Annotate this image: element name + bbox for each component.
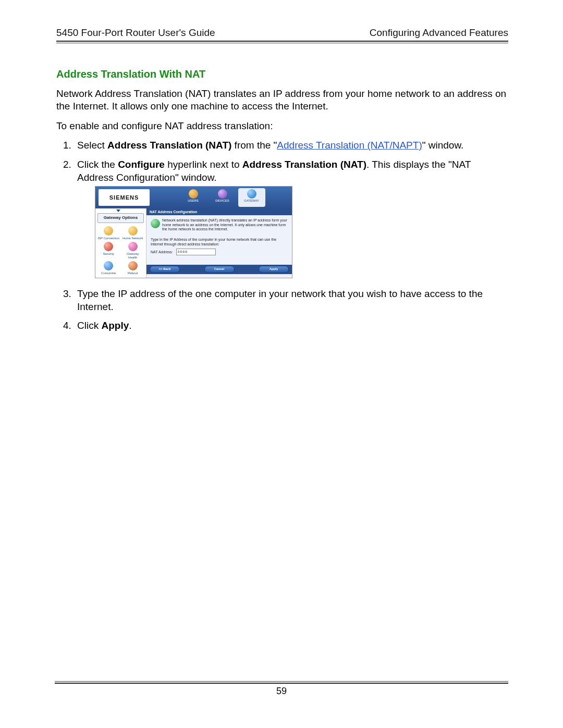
customize-icon bbox=[104, 261, 113, 270]
sidebar-health[interactable]: Gateway Health bbox=[122, 242, 144, 261]
pointer-icon bbox=[116, 209, 120, 212]
sidebar: Gateway Options ISP Connection Home Netw… bbox=[95, 208, 146, 278]
sidebar-reboot[interactable]: Reboot bbox=[122, 261, 144, 276]
siemens-logo: SIEMENS bbox=[99, 189, 150, 206]
nav-devices[interactable]: DEVICES bbox=[209, 188, 236, 207]
nat-address-label: NAT Address: bbox=[151, 250, 173, 254]
back-button[interactable]: << Back bbox=[150, 266, 180, 273]
isp-icon bbox=[104, 226, 113, 236]
page-number: 59 bbox=[55, 686, 508, 697]
router-main: NAT Address Configuration Network addres… bbox=[146, 208, 292, 278]
step-4: Click Apply. bbox=[74, 319, 508, 332]
nav-gateway[interactable]: GATEWAY bbox=[238, 188, 265, 207]
nat-icon bbox=[151, 219, 160, 228]
apply-button[interactable]: Apply bbox=[259, 266, 289, 273]
header-right: Configuring Advanced Features bbox=[370, 27, 508, 39]
section-title: Address Translation With NAT bbox=[56, 68, 508, 80]
nat-address-input[interactable] bbox=[176, 249, 216, 255]
gateway-icon bbox=[247, 189, 256, 199]
router-topbar: SIEMENS USERS DEVICES GATEWAY bbox=[95, 187, 292, 208]
intro-paragraph: Network Address Translation (NAT) transl… bbox=[56, 88, 508, 113]
panel-desc: Network address translation (NAT) direct… bbox=[162, 218, 288, 231]
sidebar-home[interactable]: Home Network bbox=[122, 226, 144, 241]
sidebar-title: Gateway Options bbox=[97, 213, 144, 223]
users-icon bbox=[189, 189, 198, 199]
panel-heading: NAT Address Configuration bbox=[146, 208, 292, 215]
panel-sub: Type in the IP Address of the computer i… bbox=[151, 237, 288, 246]
step-1: Select Address Translation (NAT) from th… bbox=[74, 139, 508, 152]
reboot-icon bbox=[128, 261, 138, 270]
header-left: 5450 Four-Port Router User's Guide bbox=[56, 27, 215, 39]
home-icon bbox=[128, 226, 138, 236]
footer: 59 bbox=[55, 681, 508, 697]
security-icon bbox=[104, 242, 113, 251]
lead-paragraph: To enable and configure NAT address tran… bbox=[56, 120, 508, 132]
router-footer: << Back Cancel Apply bbox=[146, 265, 292, 274]
nav-users[interactable]: USERS bbox=[180, 188, 207, 207]
devices-icon bbox=[218, 189, 227, 199]
sidebar-customize[interactable]: Customize bbox=[97, 261, 120, 276]
nat-napt-link[interactable]: Address Translation (NAT/NAPT) bbox=[277, 140, 422, 151]
health-icon bbox=[128, 242, 138, 251]
router-screenshot: SIEMENS USERS DEVICES GATEWAY bbox=[95, 186, 292, 278]
step-3: Type the IP address of the one computer … bbox=[74, 288, 508, 313]
step-2: Click the Configure hyperlink next to Ad… bbox=[74, 158, 508, 278]
cancel-button[interactable]: Cancel bbox=[204, 266, 235, 273]
sidebar-security[interactable]: Security bbox=[97, 242, 120, 261]
steps-list: Select Address Translation (NAT) from th… bbox=[56, 139, 508, 332]
sidebar-isp[interactable]: ISP Connection bbox=[97, 226, 120, 241]
